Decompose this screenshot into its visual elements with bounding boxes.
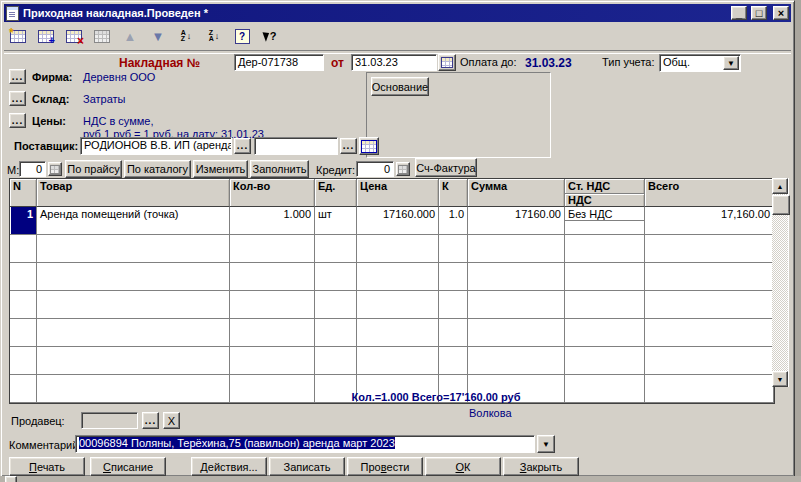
empty-cell[interactable]: [565, 235, 645, 263]
print-button[interactable]: Печать: [9, 457, 85, 476]
edit-button[interactable]: Изменить: [193, 160, 248, 178]
empty-cell[interactable]: [37, 375, 230, 403]
writeoff-button[interactable]: Списание: [90, 457, 166, 476]
empty-cell[interactable]: [10, 347, 37, 375]
ok-button[interactable]: ОК: [425, 457, 501, 476]
prices-select-button[interactable]: ...: [9, 113, 26, 128]
empty-cell[interactable]: [565, 263, 645, 291]
col-header-st-nds[interactable]: Ст. НДС НДС: [565, 179, 645, 207]
calendar-button[interactable]: [438, 54, 456, 71]
add-row-icon[interactable]: +: [36, 26, 56, 46]
m-input[interactable]: 0: [19, 161, 46, 177]
empty-cell[interactable]: [439, 235, 468, 263]
cell-vsego[interactable]: 17,160.00: [645, 207, 774, 235]
seller-clear-button[interactable]: X: [163, 412, 180, 429]
empty-cell[interactable]: [230, 319, 315, 347]
empty-cell[interactable]: [37, 263, 230, 291]
col-header-kolvo[interactable]: Кол-во: [230, 179, 315, 207]
table-row[interactable]: [10, 291, 774, 319]
table-row[interactable]: [10, 319, 774, 347]
empty-cell[interactable]: [37, 291, 230, 319]
empty-cell[interactable]: [357, 291, 439, 319]
table-row[interactable]: [10, 235, 774, 263]
cell-summa[interactable]: 17160.00: [468, 207, 565, 235]
sort-ascending-icon[interactable]: AZ ↓: [176, 26, 196, 46]
empty-cell[interactable]: [357, 347, 439, 375]
date-input[interactable]: 31.03.23: [351, 54, 437, 71]
empty-cell[interactable]: [468, 291, 565, 319]
empty-cell[interactable]: [37, 235, 230, 263]
empty-cell[interactable]: [10, 319, 37, 347]
account-type-dropdown-icon[interactable]: ▼: [723, 56, 739, 70]
empty-cell[interactable]: [37, 319, 230, 347]
credit-calc-button[interactable]: [396, 162, 410, 176]
empty-cell[interactable]: [645, 375, 774, 403]
empty-cell[interactable]: [230, 347, 315, 375]
col-header-ed[interactable]: Ед.: [315, 179, 357, 207]
empty-cell[interactable]: [645, 319, 774, 347]
empty-cell[interactable]: [439, 319, 468, 347]
sort-descending-icon[interactable]: ZA ↓: [204, 26, 224, 46]
empty-cell[interactable]: [315, 347, 357, 375]
context-help-icon[interactable]: ?: [260, 26, 280, 46]
empty-cell[interactable]: [230, 263, 315, 291]
empty-cell[interactable]: [468, 319, 565, 347]
empty-cell[interactable]: [357, 235, 439, 263]
seller-input[interactable]: [81, 412, 138, 429]
col-header-summa[interactable]: Сумма: [468, 179, 565, 207]
col-header-n[interactable]: N: [10, 179, 37, 207]
by-price-button[interactable]: По прайсу: [65, 160, 122, 178]
fill-button[interactable]: Заполнить: [250, 160, 309, 178]
empty-cell[interactable]: [230, 235, 315, 263]
cell-st-nds[interactable]: Без НДС: [565, 207, 645, 235]
empty-cell[interactable]: [357, 263, 439, 291]
empty-cell[interactable]: [439, 347, 468, 375]
scroll-up-icon[interactable]: ▲: [772, 178, 788, 194]
scrollbar-thumb[interactable]: [772, 195, 790, 215]
invoice-number-input[interactable]: Дер-071738: [234, 54, 324, 71]
firm-select-button[interactable]: ...: [9, 69, 26, 84]
cell-ed[interactable]: шт: [315, 207, 357, 235]
empty-cell[interactable]: [10, 375, 37, 403]
move-up-icon[interactable]: ▲: [120, 26, 140, 46]
supplier-input[interactable]: РОДИОНОВ В.В. ИП (аренда): [80, 137, 232, 155]
post-button[interactable]: Провести: [347, 457, 423, 476]
empty-cell[interactable]: [468, 235, 565, 263]
warehouse-select-button[interactable]: ...: [9, 91, 26, 106]
title-bar[interactable]: Приходная накладная.Проведен * _ □ ×: [4, 4, 791, 22]
seller-select-button[interactable]: ...: [142, 412, 159, 429]
empty-cell[interactable]: [645, 263, 774, 291]
invoice-facture-button[interactable]: Сч-Фактура: [415, 158, 477, 177]
comment-dropdown-icon[interactable]: ▼: [537, 435, 555, 453]
comment-input[interactable]: 00096894 Поляны, Терёхина,75 (павильон) …: [75, 435, 535, 453]
table-row-selected[interactable]: 1 Аренда помещений (точка) 1.000 шт 1716…: [10, 207, 774, 235]
save-button[interactable]: Записать: [269, 457, 345, 476]
scroll-down-icon[interactable]: ▼: [772, 371, 788, 387]
empty-cell[interactable]: [10, 235, 37, 263]
empty-cell[interactable]: [315, 319, 357, 347]
empty-cell[interactable]: [565, 347, 645, 375]
m-calc-button[interactable]: [48, 162, 62, 176]
row-number-cell[interactable]: 1: [10, 207, 37, 235]
table-row[interactable]: [10, 347, 774, 375]
empty-cell[interactable]: [37, 347, 230, 375]
empty-cell[interactable]: [565, 375, 645, 403]
empty-cell[interactable]: [230, 291, 315, 319]
table-scrollbar[interactable]: ▲ ▼: [772, 178, 789, 387]
delete-row-icon[interactable]: ×: [64, 26, 84, 46]
by-catalog-button[interactable]: По каталогу: [124, 160, 191, 178]
table-row[interactable]: [10, 263, 774, 291]
col-header-tovar[interactable]: Товар: [37, 179, 230, 207]
actions-button[interactable]: Действия...: [191, 457, 267, 476]
cell-k[interactable]: 1.0: [439, 207, 468, 235]
credit-input[interactable]: 0: [356, 161, 394, 177]
empty-cell[interactable]: [645, 347, 774, 375]
supplier-extra-select-button[interactable]: ...: [340, 138, 357, 154]
empty-cell[interactable]: [565, 319, 645, 347]
help-icon[interactable]: ?: [232, 26, 252, 46]
cell-tovar[interactable]: Аренда помещений (точка): [37, 207, 230, 235]
empty-cell[interactable]: [645, 291, 774, 319]
col-header-cena[interactable]: Цена: [357, 179, 439, 207]
empty-cell[interactable]: [565, 291, 645, 319]
minimize-button[interactable]: _: [731, 6, 747, 20]
